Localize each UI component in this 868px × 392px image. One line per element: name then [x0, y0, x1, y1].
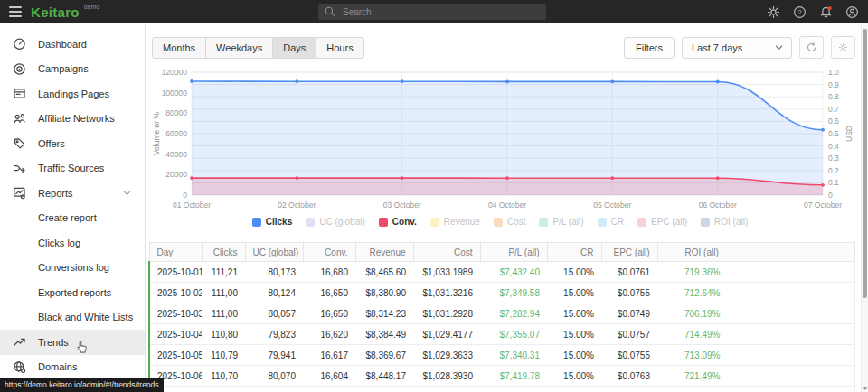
- sidebar-item-dashboard[interactable]: Dashboard: [0, 32, 145, 57]
- svg-text:60000: 60000: [165, 129, 187, 138]
- svg-text:0.7: 0.7: [828, 105, 839, 114]
- legend-label: ROI (all): [714, 217, 748, 227]
- search-bar[interactable]: [318, 4, 546, 20]
- column-header-roi-all[interactable]: ROI (all): [657, 243, 854, 262]
- column-header-conv[interactable]: Conv.: [303, 243, 355, 262]
- sidebar-item-offers[interactable]: Offers: [0, 131, 145, 156]
- legend-item-clicks[interactable]: Clicks: [252, 217, 292, 227]
- cell-roi-all: 721.49%: [657, 366, 854, 387]
- svg-text:03 October: 03 October: [383, 201, 421, 210]
- legend-item-conv[interactable]: Conv.: [379, 217, 417, 227]
- svg-text:USD: USD: [844, 126, 854, 142]
- svg-text:0.5: 0.5: [828, 129, 839, 138]
- column-header-day[interactable]: Day: [149, 243, 202, 262]
- svg-text:80000: 80000: [165, 108, 187, 117]
- svg-text:1.0: 1.0: [828, 68, 839, 77]
- cell-p-l-all: $7,349.58: [480, 283, 547, 303]
- status-url-tooltip: https://demo.keitaro.io/admin/#!/trends/…: [0, 378, 164, 392]
- svg-text:05 October: 05 October: [593, 201, 631, 210]
- legend-item-cr[interactable]: CR: [598, 217, 624, 227]
- column-header-cost[interactable]: Cost: [413, 243, 480, 262]
- svg-text:?: ?: [797, 8, 802, 16]
- chart-settings-button[interactable]: [831, 36, 855, 59]
- help-icon[interactable]: ?: [792, 5, 807, 19]
- cell-day: 2025-10-03: [149, 303, 202, 324]
- scrollbar-thumb[interactable]: [863, 29, 867, 298]
- tab-days[interactable]: Days: [273, 38, 316, 58]
- svg-text:06 October: 06 October: [699, 201, 737, 210]
- sidebar-item-clicks-log[interactable]: Clicks log: [0, 230, 145, 256]
- legend-label: EPC (all): [651, 217, 687, 227]
- legend-item-revenue[interactable]: Revenue: [430, 217, 480, 227]
- cell-uc-global: 80,124: [245, 283, 303, 303]
- sidebar-item-reports[interactable]: Reports: [0, 181, 145, 206]
- refresh-button[interactable]: [799, 36, 824, 59]
- sidebar-item-exported-reports[interactable]: Exported reports: [0, 280, 145, 305]
- legend-label: Revenue: [444, 217, 480, 227]
- column-header-p-l-all[interactable]: P/L (all): [480, 243, 547, 262]
- topbar: Keitaro demo ?: [0, 0, 868, 23]
- gear-icon: [838, 42, 848, 52]
- sidebar-item-affiliate-networks[interactable]: Affiliate Networks: [0, 107, 145, 132]
- cell-uc-global: 80,070: [245, 366, 303, 387]
- filters-button[interactable]: Filters: [624, 37, 675, 59]
- legend-item-p-l-all[interactable]: P/L (all): [539, 217, 583, 227]
- column-header-uc-global[interactable]: UC (global): [245, 243, 303, 262]
- sidebar-item-traffic-sources[interactable]: Traffic Sources: [0, 156, 145, 182]
- legend-item-epc-all[interactable]: EPC (all): [637, 217, 687, 227]
- tab-hours[interactable]: Hours: [316, 38, 363, 58]
- cell-uc-global: 80,057: [245, 303, 303, 324]
- cell-cr: 15.00%: [547, 303, 601, 324]
- cell-clicks: 110,79: [202, 345, 245, 366]
- tab-weekdays[interactable]: Weekdays: [206, 38, 273, 58]
- sidebar-item-campaigns[interactable]: Campaigns: [0, 57, 145, 82]
- sidebar-item-trends[interactable]: Trends: [0, 330, 145, 355]
- cell-p-l-all: $7,340.31: [480, 345, 547, 366]
- scrollbar-down-arrow-icon[interactable]: [863, 387, 868, 390]
- column-header-revenue[interactable]: Revenue: [355, 243, 413, 262]
- column-header-clicks[interactable]: Clicks: [202, 243, 245, 262]
- chart-legend: ClicksUC (global)Conv.RevenueCostP/L (al…: [146, 217, 854, 227]
- affiliate-icon: [13, 112, 26, 126]
- sidebar: DashboardCampaignsLandings PagesAffiliat…: [0, 23, 146, 392]
- sidebar-item-landings-pages[interactable]: Landings Pages: [0, 81, 145, 107]
- account-icon[interactable]: [844, 5, 859, 19]
- sidebar-item-black-and-white-lists[interactable]: Black and White Lists: [0, 305, 145, 331]
- cell-cr: 15.00%: [547, 262, 601, 283]
- cell-revenue: $8,384.49: [355, 324, 413, 345]
- cell-revenue: $4,863.21: [355, 387, 413, 392]
- sidebar-item-create-report[interactable]: Create report: [0, 206, 145, 231]
- main-content: MonthsWeekdaysDaysHours Filters Last 7 d…: [146, 23, 861, 392]
- settings-icon[interactable]: [766, 5, 780, 19]
- search-input[interactable]: [341, 6, 540, 18]
- dashboard-icon: [13, 37, 26, 51]
- date-range-value: Last 7 days: [692, 42, 742, 53]
- sidebar-item-domains[interactable]: Domains: [0, 355, 145, 380]
- cell-clicks: 111,00: [202, 303, 245, 324]
- app-logo[interactable]: Keitaro: [31, 5, 80, 20]
- column-header-cr[interactable]: CR: [547, 243, 601, 262]
- legend-item-cost[interactable]: Cost: [494, 217, 526, 227]
- date-range-select[interactable]: Last 7 days: [682, 37, 792, 59]
- cell-cost: $1,031.3216: [413, 283, 480, 303]
- sidebar-item-label: Clicks log: [38, 238, 80, 248]
- svg-text:100000: 100000: [162, 89, 188, 98]
- cell-day: 2025-10-02: [149, 283, 202, 303]
- tab-months[interactable]: Months: [153, 38, 206, 58]
- notifications-icon[interactable]: [818, 5, 833, 19]
- sidebar-item-conversions-log[interactable]: Conversions log: [0, 256, 145, 281]
- legend-item-roi-all[interactable]: ROI (all): [701, 217, 748, 227]
- cell-cost: $1,031.2928: [413, 303, 480, 324]
- legend-label: Clicks: [266, 217, 292, 227]
- vertical-scrollbar[interactable]: [861, 23, 868, 392]
- legend-item-uc-global[interactable]: UC (global): [306, 217, 365, 227]
- menu-toggle-icon[interactable]: [0, 6, 31, 17]
- legend-swatch: [430, 218, 439, 227]
- search-icon: [325, 6, 335, 17]
- cell-cr: 15.00%: [547, 387, 601, 392]
- cell-roi-all: 714.49%: [657, 324, 854, 345]
- cell-cr: 15.00%: [547, 283, 601, 303]
- legend-swatch: [701, 218, 710, 227]
- offers-icon: [13, 136, 26, 150]
- column-header-epc-all[interactable]: EPC (all): [601, 243, 657, 262]
